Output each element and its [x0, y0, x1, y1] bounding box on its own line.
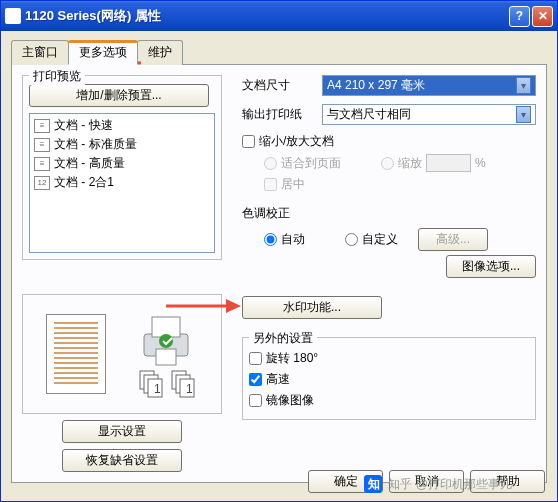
document-preview-icon: [46, 314, 106, 394]
rotate-checkbox[interactable]: [249, 352, 262, 365]
center-row: 居中: [264, 176, 536, 193]
content-area: 主窗口 更多选项 维护 打印预览 增加/删除预置... ≡文档 - 快速 ≡文档…: [1, 31, 557, 501]
output-paper-select[interactable]: 与文档尺寸相同 ▾: [322, 104, 536, 125]
help-button[interactable]: ?: [509, 6, 530, 27]
doc-icon: ≡: [34, 119, 50, 133]
printer-icon: [136, 309, 196, 369]
svg-text:1: 1: [186, 382, 193, 396]
pages-icon: 1: [168, 369, 198, 399]
paper-size-label: 文档尺寸: [242, 77, 322, 94]
zhihu-icon: 知: [364, 475, 382, 493]
chevron-down-icon: ▾: [516, 77, 531, 94]
tab-main-window[interactable]: 主窗口: [11, 40, 69, 65]
list-item[interactable]: ≡文档 - 高质量: [32, 154, 212, 173]
rotate-label: 旋转 180°: [266, 350, 318, 367]
output-paper-row: 输出打印纸 与文档尺寸相同 ▾: [242, 104, 536, 125]
paper-size-select[interactable]: A4 210 x 297 毫米 ▾: [322, 75, 536, 96]
doc-icon: ≡: [34, 138, 50, 152]
highspeed-label: 高速: [266, 371, 290, 388]
zoom-percent-input: [426, 154, 471, 172]
zoom-check-label: 缩小/放大文档: [259, 133, 334, 150]
titlebar: 1120 Series(网络) 属性 ? ✕: [1, 1, 557, 31]
left-column: 打印预览 增加/删除预置... ≡文档 - 快速 ≡文档 - 标准质量 ≡文档 …: [22, 75, 222, 472]
preset-list[interactable]: ≡文档 - 快速 ≡文档 - 标准质量 ≡文档 - 高质量 12文档 - 2合1: [29, 113, 215, 253]
custom-radio[interactable]: [345, 233, 358, 246]
zoom-radio: [381, 157, 394, 170]
advanced-button: 高级...: [418, 228, 488, 251]
color-correction-section: 色调校正 自动 自定义 高级... 图像选项...: [242, 205, 536, 278]
pages-icon: 1: [136, 369, 166, 399]
image-options-button[interactable]: 图像选项...: [446, 255, 536, 278]
fit-page-radio: [264, 157, 277, 170]
window-title: 1120 Series(网络) 属性: [25, 7, 507, 25]
mirror-label: 镜像图像: [266, 392, 314, 409]
show-settings-button[interactable]: 显示设置: [62, 420, 182, 443]
watermark-row: 水印功能...: [242, 296, 536, 319]
add-remove-preset-button[interactable]: 增加/删除预置...: [29, 84, 209, 107]
svg-rect-2: [156, 349, 176, 365]
svg-point-3: [159, 334, 173, 348]
list-item[interactable]: ≡文档 - 标准质量: [32, 135, 212, 154]
list-item[interactable]: ≡文档 - 快速: [32, 116, 212, 135]
doc-icon: 12: [34, 176, 50, 190]
tab-maintenance[interactable]: 维护: [137, 40, 183, 65]
fit-page-label: 适合到页面: [281, 155, 341, 172]
paper-size-row: 文档尺寸 A4 210 x 297 毫米 ▾: [242, 75, 536, 96]
zoom-label: 缩放: [398, 155, 422, 172]
print-preview-group: 打印预览 增加/删除预置... ≡文档 - 快速 ≡文档 - 标准质量 ≡文档 …: [22, 75, 222, 260]
extra-settings-label: 另外的设置: [249, 330, 317, 347]
watermark-button[interactable]: 水印功能...: [242, 296, 382, 319]
restore-defaults-button[interactable]: 恢复缺省设置: [62, 449, 182, 472]
svg-text:知: 知: [367, 477, 380, 491]
extra-settings-group: 另外的设置 旋转 180° 高速 镜像图像: [242, 337, 536, 420]
tab-bar: 主窗口 更多选项 维护: [11, 39, 547, 65]
preview-group-label: 打印预览: [29, 68, 85, 85]
source-watermark: 知 知乎 @打印机那些事儿: [364, 475, 512, 493]
center-label: 居中: [281, 176, 305, 193]
zoom-check-row: 缩小/放大文档: [242, 133, 536, 150]
list-item[interactable]: 12文档 - 2合1: [32, 173, 212, 192]
color-label: 色调校正: [242, 205, 536, 222]
auto-radio[interactable]: [264, 233, 277, 246]
close-button[interactable]: ✕: [532, 6, 553, 27]
custom-label: 自定义: [362, 231, 398, 248]
properties-window: 1120 Series(网络) 属性 ? ✕ 主窗口 更多选项 维护 打印预览 …: [0, 0, 558, 502]
tab-panel: 打印预览 增加/删除预置... ≡文档 - 快速 ≡文档 - 标准质量 ≡文档 …: [11, 65, 547, 483]
output-paper-label: 输出打印纸: [242, 106, 322, 123]
printer-preview: 1 1: [136, 309, 198, 399]
auto-label: 自动: [281, 231, 305, 248]
fit-page-row: 适合到页面 缩放 %: [264, 154, 536, 172]
visual-preview: 1 1: [22, 294, 222, 414]
app-icon: [5, 8, 21, 24]
right-column: 文档尺寸 A4 210 x 297 毫米 ▾ 输出打印纸 与文档尺寸相同 ▾ 缩: [222, 75, 536, 472]
doc-icon: ≡: [34, 157, 50, 171]
center-checkbox: [264, 178, 277, 191]
svg-text:1: 1: [154, 382, 161, 396]
chevron-down-icon: ▾: [516, 106, 531, 123]
mirror-checkbox[interactable]: [249, 394, 262, 407]
highspeed-checkbox[interactable]: [249, 373, 262, 386]
zoom-checkbox[interactable]: [242, 135, 255, 148]
percent-label: %: [475, 156, 486, 170]
tab-more-options[interactable]: 更多选项: [68, 40, 138, 65]
